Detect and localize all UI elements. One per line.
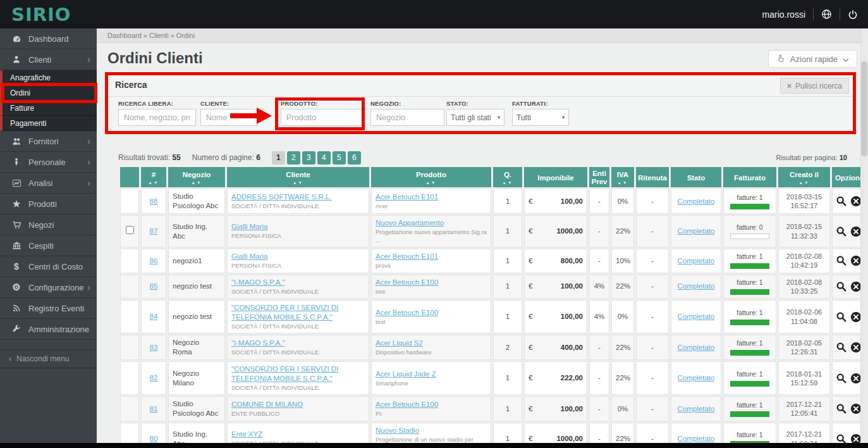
stato-link[interactable]: Completato — [678, 313, 715, 320]
state-select[interactable]: Tutti gli stati ▾ — [446, 109, 504, 126]
view-order-icon[interactable] — [836, 226, 847, 237]
clear-search-button[interactable]: × Pulisci ricerca — [780, 78, 849, 94]
page-button-2[interactable]: 2 — [287, 151, 300, 165]
quick-actions-button[interactable]: Azioni rapide — [768, 50, 857, 68]
order-id-link[interactable]: 87 — [150, 227, 158, 235]
delete-order-icon[interactable] — [850, 255, 862, 266]
sidebar-item-configurazione[interactable]: ⚙ Configurazione › — [0, 277, 97, 298]
prodotto-link[interactable]: Acer Liquid Jade Z — [376, 370, 436, 378]
power-icon[interactable] — [848, 9, 858, 20]
col-imponibile[interactable]: Imponibile — [524, 167, 587, 187]
globe-icon[interactable] — [821, 9, 832, 20]
col-iva[interactable]: IVA▲▼ — [611, 167, 634, 187]
cliente-link[interactable]: COMUNE DI MILANO — [231, 401, 303, 408]
hide-menu-button[interactable]: ‹ Nascondi menu — [0, 349, 97, 368]
sidebar-item-dashboard[interactable]: Dashboard — [0, 28, 97, 49]
col-cliente[interactable]: Cliente▲▼ — [227, 167, 369, 187]
col-negozio[interactable]: Negozio▲▼ — [168, 167, 225, 187]
sidebar-item-centri-di-costo[interactable]: $ Centri di Costo — [0, 256, 97, 277]
view-order-icon[interactable] — [836, 311, 847, 323]
view-order-icon[interactable] — [836, 196, 847, 207]
username[interactable]: mario.rossi — [762, 9, 805, 20]
page-button-4[interactable]: 4 — [317, 151, 331, 165]
prodotto-link[interactable]: Acer Liquid S2 — [376, 339, 423, 347]
cliente-cell: "I-MAGO S.P.A."SOCIETÀ / DITTA INDIVIDUA… — [227, 335, 369, 360]
cliente-link[interactable]: ADDRESS SOFTWARE S.R.L. — [231, 193, 332, 201]
sidebar-item-ordini[interactable]: Ordini — [0, 85, 97, 101]
page-button-6[interactable]: 6 — [348, 151, 361, 165]
product-input[interactable] — [281, 109, 363, 126]
order-id-link[interactable]: 83 — [150, 344, 158, 351]
col-creato-il[interactable]: Creato il▲▼ — [778, 167, 830, 187]
cliente-link[interactable]: "CONSORZIO PER I SERVIZI DI TELEFONIA MO… — [231, 365, 338, 382]
prodotto-link[interactable]: Acer Betouch E100 — [376, 401, 438, 408]
sidebar-item-clienti[interactable]: Clienti › — [0, 49, 97, 70]
stato-link[interactable]: Completato — [678, 344, 715, 351]
cliente-link[interactable]: "CONSORZIO PER I SERVIZI DI TELEFONIA MO… — [231, 304, 338, 321]
row-select-checkbox[interactable] — [126, 226, 134, 234]
currency-symbol: € — [529, 197, 532, 206]
delete-order-icon[interactable] — [850, 196, 862, 207]
prodotto-link[interactable]: Acer Betouch E101 — [376, 252, 438, 260]
sidebar-item-amministrazione[interactable]: Amministrazione — [0, 319, 97, 340]
order-id-link[interactable]: 82 — [150, 374, 158, 382]
delete-order-icon[interactable] — [850, 226, 862, 237]
currency-symbol: € — [529, 256, 532, 266]
sidebar-item-anagrafiche[interactable]: Anagrafiche — [0, 70, 97, 85]
view-order-icon[interactable] — [836, 342, 847, 353]
order-id-link[interactable]: 81 — [150, 405, 158, 413]
prodotto-link[interactable]: Acer Betouch E100 — [376, 278, 438, 286]
delete-order-icon[interactable] — [850, 403, 862, 414]
cliente-link[interactable]: Gialli Maria — [231, 223, 268, 230]
sidebar-item-fornitori[interactable]: Fornitori › — [0, 131, 97, 152]
stato-link[interactable]: Completato — [678, 435, 715, 442]
stato-link[interactable]: Completato — [678, 227, 715, 235]
free-search-input[interactable] — [118, 109, 196, 126]
cliente-link[interactable]: "I-MAGO S.P.A." — [231, 278, 285, 286]
page-button-3[interactable]: 3 — [302, 151, 315, 165]
sidebar-item-registro-eventi[interactable]: Registro Eventi — [0, 298, 97, 319]
page-button-1[interactable]: 1 — [272, 151, 285, 165]
stato-link[interactable]: Completato — [678, 282, 715, 290]
col-id[interactable]: #▲▼ — [141, 167, 166, 187]
sidebar-item-pagamenti[interactable]: Pagamenti — [0, 116, 97, 131]
stato-link[interactable]: Completato — [678, 405, 715, 413]
sidebar-item-personale[interactable]: Personale › — [0, 152, 97, 173]
view-order-icon[interactable] — [836, 255, 847, 266]
order-id-link[interactable]: 85 — [150, 282, 158, 290]
delete-order-icon[interactable] — [850, 342, 862, 353]
sidebar-item-prodotti[interactable]: ★ Prodotti — [0, 194, 97, 215]
stato-link[interactable]: Completato — [678, 374, 715, 382]
view-order-icon[interactable] — [836, 403, 847, 414]
order-id-link[interactable]: 88 — [150, 197, 158, 205]
shop-input[interactable] — [370, 109, 444, 126]
scrollbar-thumb[interactable] — [861, 61, 867, 156]
col-quantita[interactable]: Q.▲▼ — [493, 167, 522, 187]
prodotto-link[interactable]: Nuovo Appartamento — [376, 219, 444, 227]
delete-order-icon[interactable] — [850, 311, 862, 323]
sidebar-item-analisi[interactable]: Analisi › — [0, 173, 97, 194]
col-prodotto[interactable]: Prodotto▲▼ — [371, 167, 491, 187]
delete-order-icon[interactable] — [850, 373, 862, 384]
cliente-link[interactable]: Ente XYZ — [231, 430, 262, 438]
sidebar-item-fatture[interactable]: Fatture — [0, 101, 97, 116]
order-id-link[interactable]: 80 — [150, 435, 158, 442]
sidebar-item-negozi[interactable]: Negozi — [0, 215, 97, 235]
sidebar-item-cespiti[interactable]: Cespiti — [0, 235, 97, 256]
cliente-link[interactable]: "I-MAGO S.P.A." — [231, 339, 285, 347]
view-order-icon[interactable] — [836, 281, 847, 292]
invoiced-select[interactable]: Tutti ▾ — [512, 109, 569, 126]
client-input[interactable] — [200, 109, 257, 126]
delete-order-icon[interactable] — [850, 281, 862, 292]
prodotto-link[interactable]: Acer Betouch E100 — [376, 309, 438, 316]
view-order-icon[interactable] — [836, 373, 847, 384]
stato-link[interactable]: Completato — [678, 197, 715, 205]
stato-link[interactable]: Completato — [678, 257, 715, 264]
page-button-5[interactable]: 5 — [333, 151, 346, 165]
order-id-link[interactable]: 86 — [150, 257, 158, 264]
order-id-link[interactable]: 84 — [150, 313, 158, 320]
prodotto-link[interactable]: Nuovo Stadio — [376, 426, 419, 434]
cliente-link[interactable]: Gialli Maria — [231, 252, 268, 260]
scrollbar-track[interactable] — [860, 28, 868, 443]
prodotto-link[interactable]: Acer Betouch E101 — [376, 193, 438, 201]
